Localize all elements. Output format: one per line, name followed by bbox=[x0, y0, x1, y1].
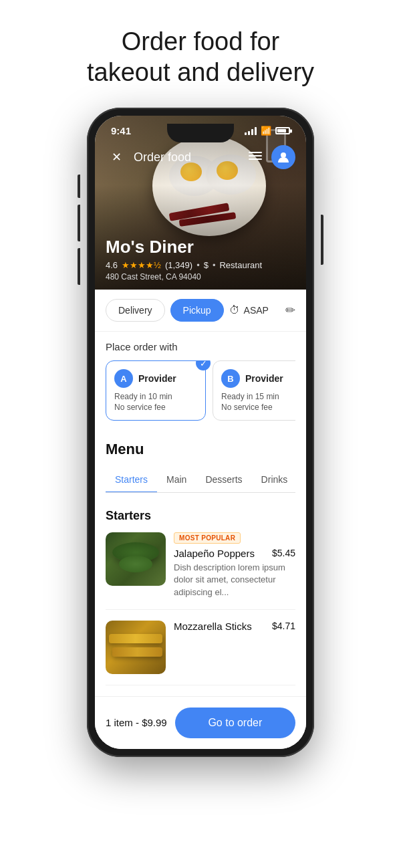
more-menu-button[interactable] bbox=[245, 146, 266, 168]
provider-a-ready: Ready in 10 min bbox=[114, 392, 197, 401]
provider-b-header: B Provider bbox=[221, 369, 295, 388]
provider-a-fee: No service fee bbox=[114, 403, 197, 412]
headline-line2: takeout and delivery bbox=[87, 58, 314, 86]
provider-a-badge: A bbox=[114, 369, 133, 388]
rating-stars: ★★★★½ bbox=[122, 260, 161, 270]
jalapeno-name-row: Jalapeño Poppers $5.45 bbox=[174, 548, 295, 559]
restaurant-info: Mo's Diner 4.6 ★★★★½ (1,349) • $ • Resta… bbox=[106, 237, 295, 282]
provider-section: Place order with ✓ A Provider Ready in 1… bbox=[95, 332, 306, 430]
tab-drinks[interactable]: Drinks bbox=[252, 467, 295, 493]
screen-title: Order food bbox=[134, 150, 191, 165]
mozz-price: $4.71 bbox=[272, 621, 295, 631]
menu-item-jalapeno[interactable]: MOST POPULAR Jalapeño Poppers $5.45 Dish… bbox=[106, 532, 295, 610]
selected-check-icon: ✓ bbox=[196, 360, 211, 370]
user-avatar-button[interactable] bbox=[271, 145, 295, 169]
svg-point-3 bbox=[281, 152, 286, 158]
jalapeno-price: $5.45 bbox=[272, 548, 295, 558]
category: Restaurant bbox=[219, 260, 262, 270]
restaurant-meta: 4.6 ★★★★½ (1,349) • $ • Restaurant bbox=[106, 260, 295, 270]
providers-row: ✓ A Provider Ready in 10 min No service … bbox=[106, 360, 295, 421]
provider-b-name: Provider bbox=[245, 373, 283, 384]
phone-mockup: 9:41 📶 bbox=[87, 108, 314, 757]
menu-section: Menu Starters Main Desserts Drinks Sweet… bbox=[95, 430, 306, 498]
mozz-image bbox=[106, 621, 166, 674]
headline-line1: Order food for bbox=[122, 27, 280, 56]
tab-main[interactable]: Main bbox=[157, 467, 196, 493]
mozz-info: Mozzarella Sticks $4.71 bbox=[174, 621, 295, 674]
cart-summary: 1 item - $9.99 bbox=[106, 717, 167, 728]
tab-starters[interactable]: Starters bbox=[106, 467, 157, 493]
delivery-tab[interactable]: Delivery bbox=[106, 299, 165, 322]
screen-content: Delivery Pickup ⏱ ASAP ✏ Place order wit… bbox=[95, 290, 306, 749]
page-header: Order food for takeout and delivery bbox=[74, 0, 327, 108]
popular-badge: MOST POPULAR bbox=[174, 532, 241, 544]
rating-value: 4.6 bbox=[106, 260, 118, 270]
menu-item-mozz[interactable]: Mozzarella Sticks $4.71 bbox=[106, 621, 295, 685]
side-button-mute bbox=[78, 175, 80, 198]
time-label: ASAP bbox=[244, 305, 269, 316]
status-icons: 📶 bbox=[245, 126, 290, 136]
close-button[interactable]: ✕ bbox=[106, 146, 127, 168]
svg-rect-2 bbox=[249, 158, 262, 160]
menu-tabs: Starters Main Desserts Drinks Sweets & T… bbox=[106, 467, 295, 493]
provider-card-a[interactable]: ✓ A Provider Ready in 10 min No service … bbox=[106, 360, 206, 421]
provider-card-b[interactable]: B Provider Ready in 15 min No service fe… bbox=[213, 360, 295, 421]
time-selector[interactable]: ⏱ ASAP bbox=[229, 304, 269, 316]
jalapeno-image bbox=[106, 532, 166, 586]
provider-b-fee: No service fee bbox=[221, 403, 295, 412]
order-type-bar: Delivery Pickup ⏱ ASAP ✏ bbox=[95, 290, 306, 332]
jalapeno-name: Jalapeño Poppers bbox=[174, 548, 268, 559]
jalapeno-desc: Dish description lorem ipsum dolor sit a… bbox=[174, 562, 295, 599]
bottom-bar: 1 item - $9.99 Go to order bbox=[95, 696, 306, 749]
edit-time-icon[interactable]: ✏ bbox=[285, 303, 295, 318]
phone-screen: 9:41 📶 bbox=[95, 116, 306, 749]
side-button-power bbox=[321, 215, 323, 265]
svg-rect-1 bbox=[249, 155, 262, 156]
side-button-vol-up bbox=[78, 205, 80, 241]
phone-notch bbox=[167, 124, 234, 142]
provider-a-name: Provider bbox=[138, 373, 176, 384]
side-button-vol-down bbox=[78, 248, 80, 285]
reviews-count: (1,349) bbox=[165, 260, 192, 270]
battery-icon bbox=[275, 127, 290, 134]
provider-section-label: Place order with bbox=[106, 341, 295, 352]
provider-b-badge: B bbox=[221, 369, 240, 388]
wifi-icon: 📶 bbox=[261, 126, 271, 136]
tab-desserts[interactable]: Desserts bbox=[196, 467, 251, 493]
mozz-name-row: Mozzarella Sticks $4.71 bbox=[174, 621, 295, 632]
svg-rect-0 bbox=[249, 152, 262, 153]
starters-title: Starters bbox=[106, 509, 295, 523]
status-time: 9:41 bbox=[111, 125, 131, 136]
signal-icon bbox=[245, 127, 257, 135]
go-to-order-button[interactable]: Go to order bbox=[175, 708, 295, 738]
hero-top-bar: ✕ Order food bbox=[95, 145, 306, 169]
pickup-tab[interactable]: Pickup bbox=[170, 299, 224, 322]
starters-section: Starters MOST POPULAR Jalapeño Poppers $… bbox=[95, 498, 306, 685]
price-tier: $ bbox=[204, 260, 209, 270]
address: 480 Cast Street, CA 94040 bbox=[106, 272, 295, 282]
mozz-name: Mozzarella Sticks bbox=[174, 621, 268, 632]
clock-icon: ⏱ bbox=[229, 304, 240, 316]
provider-b-ready: Ready in 15 min bbox=[221, 392, 295, 401]
jalapeno-info: MOST POPULAR Jalapeño Poppers $5.45 Dish… bbox=[174, 532, 295, 599]
restaurant-name: Mo's Diner bbox=[106, 237, 295, 257]
provider-a-header: A Provider bbox=[114, 369, 197, 388]
menu-title: Menu bbox=[106, 441, 295, 458]
